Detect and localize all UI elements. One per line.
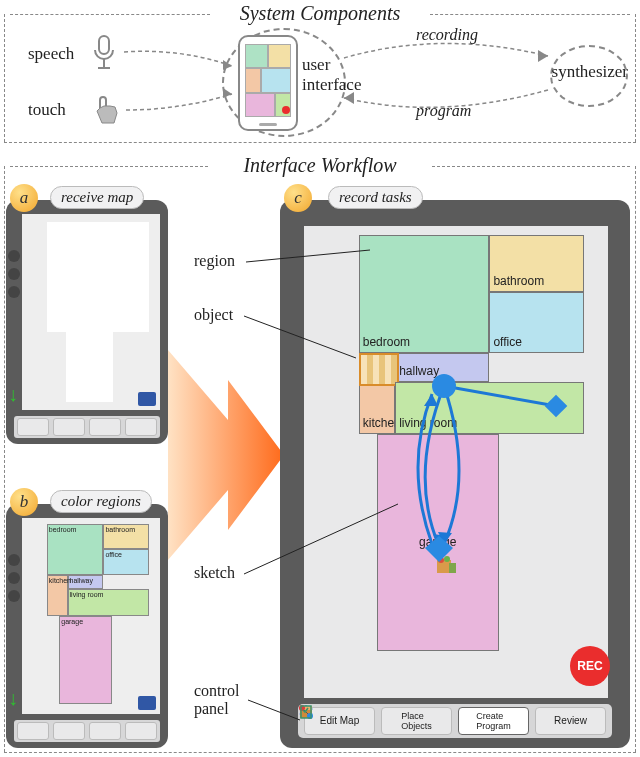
- side-tool-icons[interactable]: [8, 244, 20, 304]
- btn-create-program[interactable]: Create Program: [458, 707, 529, 735]
- raw-map: [22, 214, 160, 410]
- anno-sketch: sketch: [194, 564, 235, 582]
- anno-region: region: [194, 252, 235, 270]
- btn-edit-map[interactable]: Edit Map: [304, 707, 375, 735]
- download-icon[interactable]: ↓: [8, 383, 18, 406]
- step-badge-c: c: [284, 184, 312, 212]
- panel-receive-map: a receive map ↓: [6, 200, 168, 444]
- checklist-icon: [298, 704, 314, 720]
- step-badge-a: a: [10, 184, 38, 212]
- mini-living: living room: [68, 589, 149, 616]
- svg-marker-6: [344, 92, 354, 104]
- svg-point-16: [432, 374, 456, 398]
- step-title-c: record tasks: [328, 186, 423, 209]
- tb-create-b[interactable]: [89, 722, 121, 740]
- tb-edit-b[interactable]: [17, 722, 49, 740]
- step-title-b: color regions: [50, 490, 152, 513]
- tb-review-b[interactable]: [125, 722, 157, 740]
- tb-place-b[interactable]: [53, 722, 85, 740]
- anno-object: object: [194, 306, 233, 324]
- svg-rect-15: [545, 395, 568, 418]
- sketch-path[interactable]: [304, 226, 608, 698]
- colored-map[interactable]: bedroom bathroom office hallway kitchen …: [304, 226, 608, 698]
- step-title-a: receive map: [50, 186, 144, 209]
- anno-control: control panel: [194, 682, 239, 718]
- mini-bedroom: bedroom: [47, 524, 104, 575]
- btn-place-objects[interactable]: Place Objects: [381, 707, 452, 735]
- component-arrows: [0, 0, 640, 160]
- control-panel: Edit Map Place Objects Create Program Re…: [298, 704, 612, 738]
- tb-review[interactable]: [125, 418, 157, 436]
- btn-review[interactable]: Review: [535, 707, 606, 735]
- record-button[interactable]: REC: [570, 646, 610, 686]
- mini-office: office: [103, 549, 149, 574]
- flow-arrow-icon: [168, 350, 284, 560]
- panel-color-regions: b color regions bedroom bathroom office …: [6, 504, 168, 748]
- toolbar-a: [14, 416, 160, 438]
- side-tool-icons-b[interactable]: [8, 548, 20, 608]
- download-icon-b[interactable]: ↓: [8, 687, 18, 710]
- mini-garage: garage: [59, 616, 111, 704]
- svg-marker-5: [538, 50, 548, 62]
- mini-kitchen: kitchen: [47, 575, 68, 616]
- toolbar-b: [14, 720, 160, 742]
- tb-create[interactable]: [89, 418, 121, 436]
- tb-place[interactable]: [53, 418, 85, 436]
- tb-edit[interactable]: [17, 418, 49, 436]
- edge-recording: recording: [416, 26, 478, 44]
- svg-marker-4: [223, 88, 232, 98]
- panel-record-tasks: c record tasks bedroom bathroom office h…: [280, 200, 630, 748]
- svg-marker-14: [424, 394, 438, 406]
- folder-icon[interactable]: [138, 392, 156, 406]
- mini-hallway: hallway: [68, 575, 104, 589]
- edge-program: program: [416, 102, 471, 120]
- mini-bathroom: bathroom: [103, 524, 149, 549]
- colored-map-mini: bedroom bathroom office hallway kitchen …: [22, 518, 160, 714]
- folder-icon-b[interactable]: [138, 696, 156, 710]
- svg-marker-7: [168, 350, 284, 560]
- svg-rect-25: [301, 706, 311, 718]
- step-badge-b: b: [10, 488, 38, 516]
